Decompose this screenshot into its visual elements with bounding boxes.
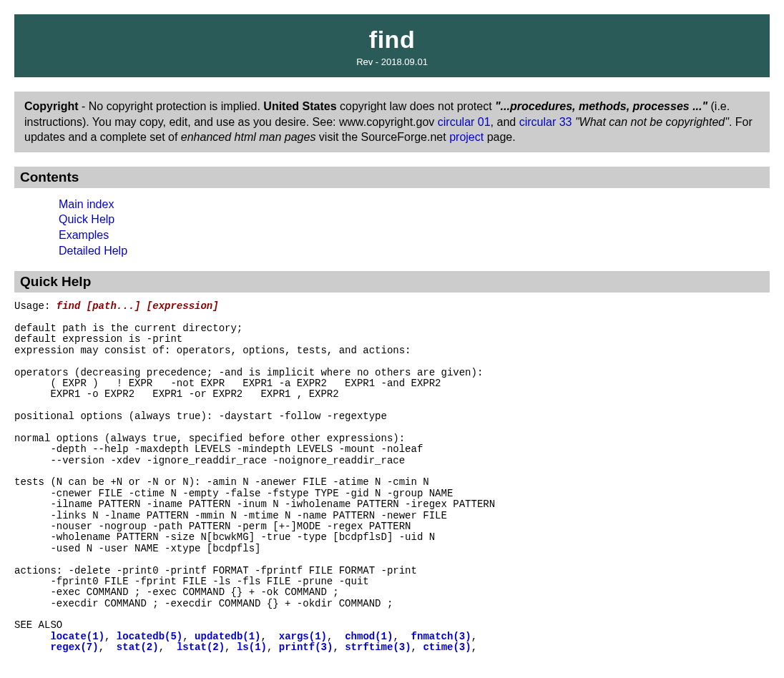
usage-label: Usage: bbox=[14, 300, 57, 312]
contents-list: Main index Quick Help Examples Detailed … bbox=[14, 197, 770, 258]
copyright-text-6: visit the SourceForge.net bbox=[315, 131, 449, 143]
link-printf[interactable]: printf(3) bbox=[279, 642, 333, 653]
enhanced-pages-italic: enhanced html man pages bbox=[181, 131, 316, 143]
copyright-notice: Copyright - No copyright protection is i… bbox=[14, 92, 770, 152]
link-project[interactable]: project bbox=[449, 131, 484, 143]
link-stat[interactable]: stat(2) bbox=[117, 642, 159, 653]
link-lstat[interactable]: lstat(2) bbox=[177, 642, 225, 653]
copyright-text-1: - No copyright protection is implied. bbox=[79, 100, 264, 112]
link-fnmatch[interactable]: fnmatch(3) bbox=[411, 631, 471, 642]
revision-line: Rev - 2018.09.01 bbox=[14, 56, 770, 67]
link-circular-33[interactable]: circular 33 bbox=[519, 116, 572, 128]
what-cannot-quote: "What can not be copyrighted" bbox=[572, 116, 728, 128]
copyright-word: Copyright bbox=[24, 100, 79, 112]
link-updatedb[interactable]: updatedb(1) bbox=[195, 631, 260, 642]
link-locatedb[interactable]: locatedb(5) bbox=[117, 631, 182, 642]
page-container: find Rev - 2018.09.01 Copyright - No cop… bbox=[0, 0, 784, 668]
us-word: United States bbox=[263, 100, 336, 112]
link-quick-help[interactable]: Quick Help bbox=[59, 213, 114, 225]
link-detailed-help[interactable]: Detailed Help bbox=[59, 245, 127, 257]
link-strftime[interactable]: strftime(3) bbox=[345, 642, 411, 653]
link-circular-01[interactable]: circular 01 bbox=[438, 116, 491, 128]
usage-command: find [path...] [expression] bbox=[57, 300, 219, 312]
link-examples[interactable]: Examples bbox=[59, 229, 109, 241]
quick-help-block: Usage: find [path...] [expression] defau… bbox=[14, 301, 770, 654]
link-locate[interactable]: locate(1) bbox=[50, 631, 104, 642]
link-ls[interactable]: ls(1) bbox=[237, 642, 267, 653]
see-also-pad bbox=[14, 631, 50, 642]
heading-quick-help: Quick Help bbox=[14, 271, 770, 293]
link-main-index[interactable]: Main index bbox=[59, 198, 114, 210]
link-xargs[interactable]: xargs(1) bbox=[279, 631, 327, 642]
page-header: find Rev - 2018.09.01 bbox=[14, 14, 770, 77]
procedures-quote: "...procedures, methods, processes ..." bbox=[495, 100, 707, 112]
heading-contents: Contents bbox=[14, 167, 770, 188]
copyright-text-2: copyright law does not protect bbox=[337, 100, 495, 112]
see-also-pad-2 bbox=[14, 642, 50, 653]
quick-help-body: default path is the current directory; d… bbox=[14, 323, 495, 632]
copyright-text-7: page. bbox=[484, 131, 515, 143]
page-title: find bbox=[14, 26, 770, 54]
link-chmod[interactable]: chmod(1) bbox=[345, 631, 393, 642]
link-regex[interactable]: regex(7) bbox=[50, 642, 98, 653]
copyright-text-4: , and bbox=[491, 116, 519, 128]
link-ctime[interactable]: ctime(3) bbox=[423, 642, 471, 653]
